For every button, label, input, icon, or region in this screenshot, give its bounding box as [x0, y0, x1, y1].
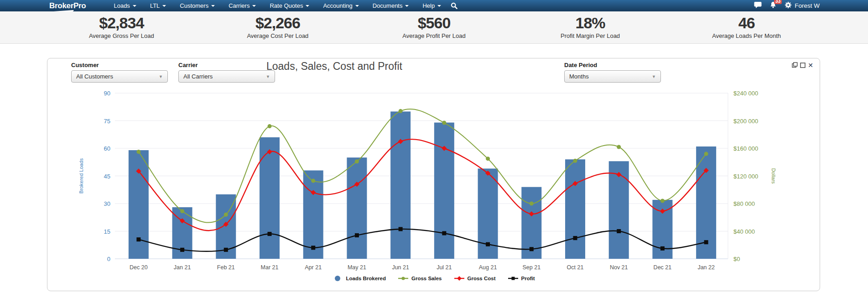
- legend-label: Loads Brokered: [346, 276, 386, 281]
- close-icon[interactable]: ✕: [808, 63, 813, 68]
- messages-icon[interactable]: [754, 1, 762, 10]
- point-gross-sales: [224, 213, 228, 217]
- carrier-select[interactable]: All Carriers ▼: [178, 70, 275, 83]
- point-gross-sales: [399, 109, 403, 113]
- menu-item-ltl[interactable]: LTL: [143, 0, 173, 11]
- legend-label: Gross Sales: [411, 276, 442, 281]
- menu-item-loads[interactable]: Loads: [107, 0, 143, 11]
- chevron-down-icon: ▼: [266, 74, 270, 79]
- stat-value: $2,834: [43, 14, 200, 32]
- menu-item-label: Accounting: [323, 2, 352, 9]
- top-nav: BrokerPro LoadsLTLCustomersCarriersRate …: [0, 0, 868, 11]
- legend-label: Profit: [521, 276, 535, 281]
- left-axis-title: Brokered Loads: [78, 158, 84, 194]
- x-axis-label: Apr 21: [305, 264, 322, 271]
- date-period-select[interactable]: Months ▼: [564, 70, 661, 83]
- x-axis-label: Aug 21: [479, 264, 497, 271]
- left-axis-tick: 0: [107, 256, 110, 262]
- chart-title: Loads, Sales, Cost and Profit: [266, 60, 402, 73]
- menu-item-label: Customers: [180, 2, 208, 9]
- legend-item-profit[interactable]: Profit: [508, 276, 535, 281]
- user-name: Forest W: [795, 2, 820, 9]
- point-gross-sales: [311, 179, 315, 183]
- stat-value: 18%: [512, 14, 669, 32]
- menu-item-label: Documents: [373, 2, 403, 9]
- notification-count-badge: 33: [774, 0, 782, 4]
- point-gross-sales: [442, 121, 446, 125]
- bar-jul-21[interactable]: [434, 123, 454, 259]
- menu-item-documents[interactable]: Documents: [366, 0, 416, 11]
- caret-down-icon: [437, 5, 441, 7]
- x-axis-label: Feb 21: [217, 264, 235, 271]
- caret-down-icon: [133, 5, 136, 7]
- x-axis-label: Nov 21: [610, 264, 628, 271]
- stat-label: Average Cost Per Load: [200, 32, 356, 39]
- legend-marker: [398, 276, 409, 281]
- point-gross-sales: [704, 152, 708, 156]
- combo-chart: 0$015$40 00030$80 00045$120 00060$160 00…: [47, 85, 820, 277]
- point-profit: [311, 246, 315, 250]
- stat-value: $560: [356, 14, 512, 32]
- chevron-down-icon: ▼: [159, 74, 163, 79]
- bar-apr-21[interactable]: [303, 170, 323, 259]
- stat-label: Average Loads Per Month: [668, 32, 825, 39]
- point-gross-sales: [355, 159, 359, 163]
- bar-mar-21[interactable]: [260, 137, 280, 259]
- bar-oct-21[interactable]: [565, 159, 585, 259]
- stat-value: $2,266: [200, 14, 356, 32]
- menu-item-help[interactable]: Help: [416, 0, 448, 11]
- menu-item-customers[interactable]: Customers: [173, 0, 222, 11]
- bar-jun-21[interactable]: [390, 111, 411, 259]
- carrier-filter-label: Carrier: [178, 62, 198, 68]
- legend-marker: [332, 276, 343, 281]
- left-axis-tick: 45: [104, 173, 110, 180]
- x-axis-label: Jun 21: [392, 264, 409, 271]
- menu-item-rate-quotes[interactable]: Rate Quotes: [263, 0, 316, 11]
- maximize-icon[interactable]: [800, 63, 806, 68]
- main-menu: LoadsLTLCustomersCarriersRate QuotesAcco…: [107, 0, 448, 11]
- legend-item-gross-cost[interactable]: Gross Cost: [454, 276, 496, 281]
- point-profit: [224, 248, 228, 252]
- right-axis-tick: $40 000: [733, 228, 755, 235]
- caret-down-icon: [306, 5, 309, 7]
- menu-item-label: Carriers: [229, 2, 249, 9]
- point-profit: [355, 233, 359, 237]
- point-gross-sales: [180, 209, 184, 213]
- bar-may-21[interactable]: [347, 157, 367, 259]
- point-profit: [486, 242, 490, 246]
- customer-filter-label: Customer: [71, 62, 99, 68]
- user-menu[interactable]: Forest W: [785, 1, 820, 10]
- search-icon[interactable]: [451, 2, 457, 9]
- settings-gear-icon[interactable]: [785, 1, 792, 10]
- legend-marker: [454, 276, 465, 281]
- x-axis-label: Oct 21: [567, 264, 584, 271]
- date-period-value: Months: [569, 73, 589, 80]
- customer-select[interactable]: All Customers ▼: [71, 70, 168, 83]
- point-gross-sales: [268, 124, 272, 128]
- popout-icon[interactable]: [792, 62, 798, 68]
- menu-item-label: Loads: [114, 2, 130, 9]
- point-gross-sales: [660, 199, 665, 203]
- left-axis-tick: 60: [104, 145, 110, 152]
- stat-label: Average Profit Per Load: [356, 32, 512, 39]
- menu-item-accounting[interactable]: Accounting: [316, 0, 365, 11]
- point-profit: [573, 236, 577, 240]
- bar-dec-20[interactable]: [129, 150, 149, 259]
- caret-down-icon: [162, 5, 166, 7]
- app-logo[interactable]: BrokerPro: [49, 1, 86, 10]
- menu-item-label: LTL: [150, 2, 160, 9]
- notifications-bell-icon[interactable]: 33: [769, 1, 777, 10]
- stats-bar: $2,834Average Gross Per Load$2,266Averag…: [0, 11, 868, 44]
- point-gross-sales: [530, 202, 534, 206]
- caret-down-icon: [405, 5, 409, 7]
- menu-item-carriers[interactable]: Carriers: [222, 0, 263, 11]
- legend-item-loads-brokered[interactable]: Loads Brokered: [332, 276, 386, 281]
- x-axis-label: May 21: [348, 264, 366, 271]
- left-axis-tick: 15: [104, 228, 110, 235]
- chart-legend: Loads BrokeredGross SalesGross CostProfi…: [47, 276, 820, 281]
- point-profit: [530, 247, 534, 251]
- legend-item-gross-sales[interactable]: Gross Sales: [398, 276, 442, 281]
- left-axis-tick: 75: [104, 118, 110, 125]
- menu-item-label: Help: [422, 2, 435, 9]
- chart-panel: Customer All Customers ▼ Carrier All Car…: [47, 58, 820, 291]
